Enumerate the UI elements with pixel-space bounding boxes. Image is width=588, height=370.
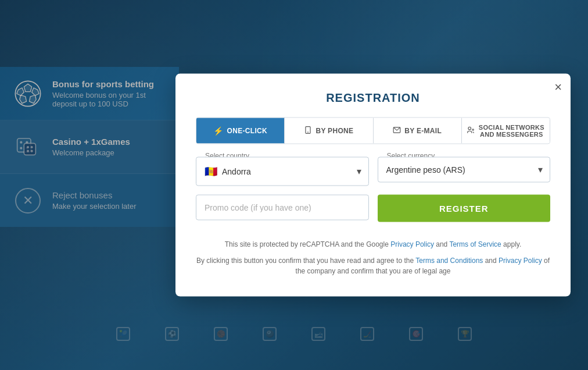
close-button[interactable]: ×	[554, 81, 562, 94]
country-group: Select country 🇦🇩 Andorra ▾	[196, 157, 369, 186]
modal-title: REGISTRATION	[196, 91, 550, 105]
country-chevron-icon: ▾	[357, 166, 361, 177]
promo-input[interactable]	[196, 195, 369, 220]
registration-tabs: ⚡ ONE-CLICK BY PHONE BY E-MAIL SOCIAL NE…	[196, 118, 550, 144]
terms-conditions-link[interactable]: Terms and Conditions	[415, 257, 483, 265]
lightning-icon: ⚡	[213, 126, 223, 136]
tab-one-click-label: ONE-CLICK	[227, 127, 267, 135]
currency-chevron-icon: ▾	[538, 164, 543, 175]
tab-by-email-label: BY E-MAIL	[404, 127, 442, 135]
captcha-and: and	[436, 240, 447, 248]
social-icon	[467, 126, 475, 136]
currency-select[interactable]: Argentine peso (ARS) ▾	[378, 157, 551, 183]
terms-notice: By clicking this button you confirm that…	[196, 255, 550, 276]
terms-of-service-link[interactable]: Terms of Service	[449, 240, 501, 248]
phone-icon	[304, 126, 312, 136]
terms-text-prefix: By clicking this button you confirm that…	[196, 257, 414, 265]
currency-group: Select currency Argentine peso (ARS) ▾	[378, 157, 551, 186]
tab-by-email[interactable]: BY E-MAIL	[374, 118, 462, 144]
tab-by-phone-label: BY PHONE	[315, 127, 353, 135]
tab-social[interactable]: SOCIAL NETWORKS AND MESSENGERS	[462, 118, 550, 144]
country-flag: 🇦🇩	[205, 165, 217, 178]
country-select[interactable]: 🇦🇩 Andorra ▾	[196, 157, 369, 186]
terms-privacy-link[interactable]: Privacy Policy	[499, 257, 542, 265]
captcha-text-prefix: This site is protected by reCAPTCHA and …	[225, 240, 389, 248]
svg-point-20	[472, 129, 474, 130]
captcha-apply: apply.	[503, 240, 521, 248]
country-value: Andorra	[222, 167, 251, 176]
register-group: REGISTER	[378, 195, 551, 232]
register-button[interactable]: REGISTER	[378, 195, 551, 222]
promo-group	[196, 195, 369, 232]
terms-and: and	[485, 257, 497, 265]
captcha-notice: This site is protected by reCAPTCHA and …	[196, 240, 550, 248]
tab-one-click[interactable]: ⚡ ONE-CLICK	[196, 118, 285, 144]
form-row-promo: REGISTER	[196, 195, 550, 232]
svg-point-19	[468, 127, 471, 130]
tab-social-label: SOCIAL NETWORKS AND MESSENGERS	[478, 124, 545, 138]
privacy-policy-link[interactable]: Privacy Policy	[390, 240, 434, 248]
email-icon	[393, 126, 401, 136]
currency-value: Argentine peso (ARS)	[386, 165, 465, 175]
tab-by-phone[interactable]: BY PHONE	[285, 118, 373, 144]
form-row-selects: Select country 🇦🇩 Andorra ▾ Select curre…	[196, 157, 550, 186]
registration-modal: × REGISTRATION ⚡ ONE-CLICK BY PHONE BY E…	[175, 74, 571, 297]
